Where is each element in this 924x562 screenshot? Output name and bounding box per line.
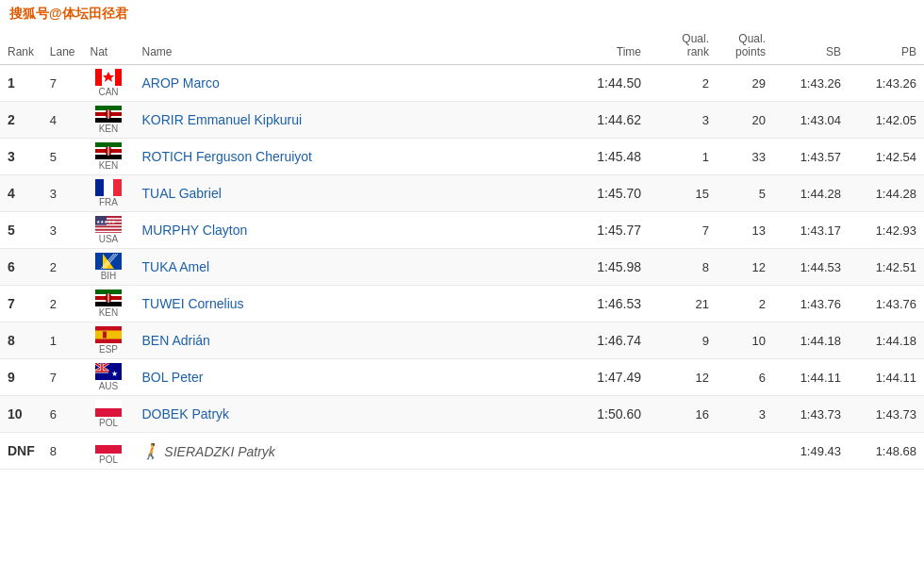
table-row: 5 3 ★★★★★ USA MURPHY Clayton 1:45.77 7 1… <box>0 212 924 249</box>
qual-points-cell: 6 <box>717 359 773 396</box>
time-cell: 1:44.62 <box>515 102 660 139</box>
flag-icon <box>95 106 122 123</box>
nat-code: KEN <box>99 307 119 318</box>
qual-points-cell: 20 <box>717 102 773 139</box>
nat-container: KEN <box>90 106 126 134</box>
lane-cell: 6 <box>42 396 83 433</box>
nat-code: FRA <box>99 197 118 207</box>
name-cell: KORIR Emmanuel Kipkurui <box>134 102 515 139</box>
pb-cell: 1:43.76 <box>849 286 924 322</box>
runner-icon: 🚶 <box>141 443 160 459</box>
nat-code: KEN <box>99 124 119 134</box>
nat-code: POL <box>99 418 118 428</box>
qual-rank-cell: 1 <box>660 139 717 175</box>
svg-rect-56 <box>95 437 122 445</box>
table-row: 6 2 BIH TUKA Amel 1:45.98 8 12 1:44.53 1… <box>0 249 924 286</box>
time-cell: 1:44.50 <box>515 65 660 102</box>
nat-cell: KEN <box>82 102 134 139</box>
sb-cell: 1:43.73 <box>773 396 849 433</box>
qual-points-cell: 12 <box>717 249 773 286</box>
qual-rank-cell <box>660 433 717 470</box>
qual-rank-cell: 9 <box>660 322 717 359</box>
nat-cell: ESP <box>82 322 134 359</box>
qual-points-cell: 5 <box>717 175 773 212</box>
name-cell: MURPHY Clayton <box>134 212 515 249</box>
svg-rect-26 <box>95 231 122 233</box>
qual-rank-cell: 8 <box>660 249 717 286</box>
watermark: 搜狐号@体坛田径君 <box>0 0 924 26</box>
svg-rect-25 <box>95 227 122 229</box>
name-cell: TUKA Amel <box>134 249 515 286</box>
time-cell: 1:46.74 <box>515 322 660 359</box>
qual-points-cell: 33 <box>717 139 773 175</box>
sb-cell: 1:43.57 <box>773 139 849 175</box>
rank-cell: 7 <box>0 286 42 322</box>
nat-code: CAN <box>98 87 118 97</box>
lane-cell: 3 <box>42 175 83 212</box>
qual-rank-cell: 21 <box>660 286 717 322</box>
time-cell: 1:45.70 <box>515 175 660 212</box>
nat-container: FRA <box>90 179 126 207</box>
pb-cell: 1:44.18 <box>849 322 924 359</box>
sb-cell: 1:43.76 <box>773 286 849 322</box>
rank-cell: 3 <box>0 139 42 175</box>
lane-cell: 3 <box>42 212 83 249</box>
lane-cell: 7 <box>42 65 83 102</box>
name-cell: TUWEI Cornelius <box>134 286 515 322</box>
sb-cell: 1:43.04 <box>773 102 849 139</box>
qual-rank-cell: 12 <box>660 359 717 396</box>
rank-cell: 4 <box>0 175 42 212</box>
svg-rect-19 <box>104 179 113 196</box>
nat-container: CAN <box>90 69 126 97</box>
table-row: 9 7 ★ AUS BOL Peter 1:47.49 12 6 1:44.11… <box>0 359 924 396</box>
lane-cell: 7 <box>42 359 83 396</box>
svg-rect-57 <box>95 445 122 454</box>
time-cell: 1:45.77 <box>515 212 660 249</box>
sb-header: SB <box>773 26 849 65</box>
pb-cell: 1:48.68 <box>849 433 924 470</box>
time-header: Time <box>515 26 660 65</box>
pb-cell: 1:42.05 <box>849 102 924 139</box>
nat-cell: KEN <box>82 139 134 175</box>
rank-cell: 2 <box>0 102 42 139</box>
table-row: 3 5 KEN ROTICH Ferguson Cheruiyot 1:45.4… <box>0 139 924 175</box>
nat-header: Nat <box>82 26 134 65</box>
svg-rect-42 <box>95 331 122 339</box>
lane-cell: 1 <box>42 322 83 359</box>
sb-cell: 1:44.11 <box>773 359 849 396</box>
nat-container: POL <box>90 400 126 428</box>
table-row: DNF 8 POL 🚶 SIERADZKI Patryk 1:49.43 1:4… <box>0 433 924 470</box>
sb-cell: 1:44.53 <box>773 249 849 286</box>
table-header: Rank Lane Nat Name Time Qual.rank Qual.p… <box>0 26 924 65</box>
rank-cell: DNF <box>0 433 42 470</box>
time-cell: 1:45.48 <box>515 139 660 175</box>
nat-cell: FRA <box>82 175 134 212</box>
flag-icon <box>95 289 122 306</box>
name-cell: AROP Marco <box>134 65 515 102</box>
flag-icon <box>95 142 122 159</box>
nat-cell: BIH <box>82 249 134 286</box>
name-cell: DOBEK Patryk <box>134 396 515 433</box>
svg-rect-52 <box>101 363 103 372</box>
qual-points-cell: 29 <box>717 65 773 102</box>
time-cell <box>515 433 660 470</box>
nat-container: ★★★★★ USA <box>90 216 126 244</box>
rank-cell: 5 <box>0 212 42 249</box>
pb-cell: 1:43.26 <box>849 65 924 102</box>
nat-cell: KEN <box>82 286 134 322</box>
nat-code: USA <box>99 234 119 244</box>
pb-cell: 1:43.73 <box>849 396 924 433</box>
sb-cell: 1:44.28 <box>773 175 849 212</box>
table-row: 4 3 FRA TUAL Gabriel 1:45.70 15 5 1:44.2… <box>0 175 924 212</box>
qual-rank-cell: 7 <box>660 212 717 249</box>
sb-cell: 1:49.43 <box>773 433 849 470</box>
lane-cell: 8 <box>42 433 83 470</box>
lane-header: Lane <box>42 26 83 65</box>
name-cell: 🚶 SIERADZKI Patryk <box>134 433 515 470</box>
rank-header: Rank <box>0 26 42 65</box>
pb-cell: 1:42.93 <box>849 212 924 249</box>
nat-cell: CAN <box>82 65 134 102</box>
qual-rank-cell: 2 <box>660 65 717 102</box>
flag-icon <box>95 326 122 343</box>
qual-points-cell: 3 <box>717 396 773 433</box>
